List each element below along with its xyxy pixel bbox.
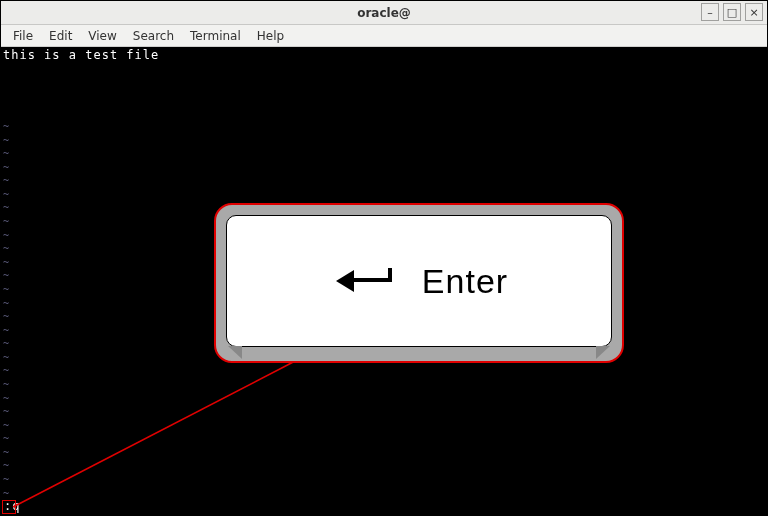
terminal-window: oracle@ – □ × File Edit View Search Term… [0, 0, 768, 516]
menu-terminal[interactable]: Terminal [182, 27, 249, 45]
menu-help[interactable]: Help [249, 27, 292, 45]
maximize-button[interactable]: □ [723, 3, 741, 21]
close-icon: × [749, 7, 758, 18]
minimize-button[interactable]: – [701, 3, 719, 21]
window-title: oracle@ [1, 6, 767, 20]
svg-line-0 [13, 358, 301, 507]
window-controls: – □ × [701, 3, 763, 21]
enter-key-illustration: Enter [214, 203, 624, 363]
menu-view[interactable]: View [80, 27, 124, 45]
enter-arrow-icon [330, 264, 404, 298]
titlebar: oracle@ – □ × [1, 1, 767, 25]
file-content-line: this is a test file [3, 48, 765, 62]
menu-search[interactable]: Search [125, 27, 182, 45]
vi-command-line: :q [4, 499, 20, 513]
maximize-icon: □ [727, 7, 737, 18]
tilde-column: ~~~~~~ ~~~~~~ ~~~~~~ ~~~~~~ ~~~~ [3, 122, 10, 499]
menu-edit[interactable]: Edit [41, 27, 80, 45]
close-button[interactable]: × [745, 3, 763, 21]
enter-key-label: Enter [422, 274, 508, 288]
callout-line [1, 47, 767, 515]
menu-file[interactable]: File [5, 27, 41, 45]
terminal-area[interactable]: this is a test file ~~~~~~ ~~~~~~ ~~~~~~… [1, 47, 767, 515]
minimize-icon: – [707, 7, 713, 18]
menubar: File Edit View Search Terminal Help [1, 25, 767, 47]
